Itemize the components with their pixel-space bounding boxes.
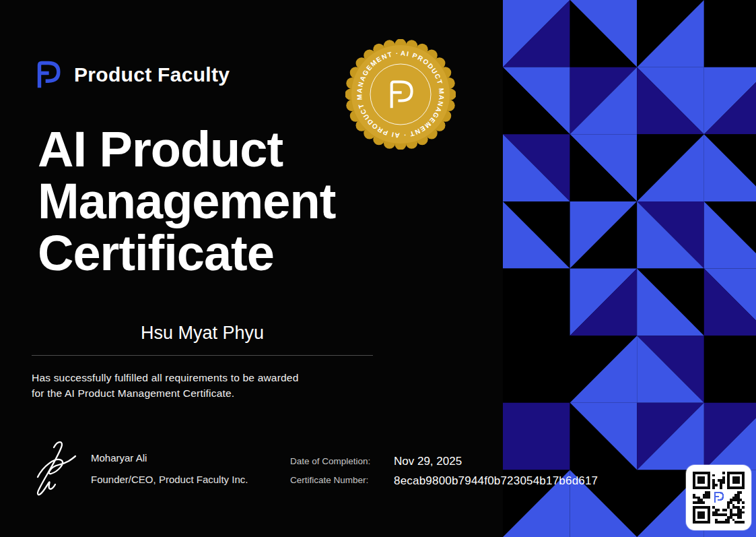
certificate: Product Faculty AI PRODUCT MANAGEMENT · … (0, 0, 756, 537)
recipient-name: Hsu Myat Phyu (32, 323, 373, 344)
certificate-number-value: 8ecab9800b7944f0b723054b17b6d617 (394, 474, 598, 488)
signatory-name: Moharyar Ali (91, 452, 147, 464)
recipient-name-underline (32, 355, 373, 356)
certificate-number-label: Certificate Number: (290, 475, 368, 485)
date-of-completion-label: Date of Completion: (290, 456, 370, 466)
award-statement-line-2: for the AI Product Management Certificat… (32, 385, 299, 401)
product-faculty-logo-icon (31, 58, 65, 92)
date-of-completion-value: Nov 29, 2025 (394, 455, 462, 468)
gold-seal-badge: AI PRODUCT MANAGEMENT · AI PRODUCT MANAG… (345, 39, 456, 150)
title-line-2: Management (38, 175, 335, 227)
qr-code-card (686, 465, 751, 530)
title-line-3: Certificate (38, 227, 335, 279)
brand-logo: Product Faculty (31, 58, 230, 92)
award-statement-line-1: Has successfully fulfilled all requireme… (32, 370, 299, 385)
qr-code (693, 472, 745, 524)
certificate-title: AI Product Management Certificate (38, 123, 335, 279)
signature-scribble (30, 437, 94, 501)
award-statement: Has successfully fulfilled all requireme… (32, 370, 299, 401)
signatory-title: Founder/CEO, Product Faculty Inc. (91, 474, 248, 485)
brand-name: Product Faculty (74, 63, 230, 86)
title-line-1: AI Product (38, 123, 335, 175)
